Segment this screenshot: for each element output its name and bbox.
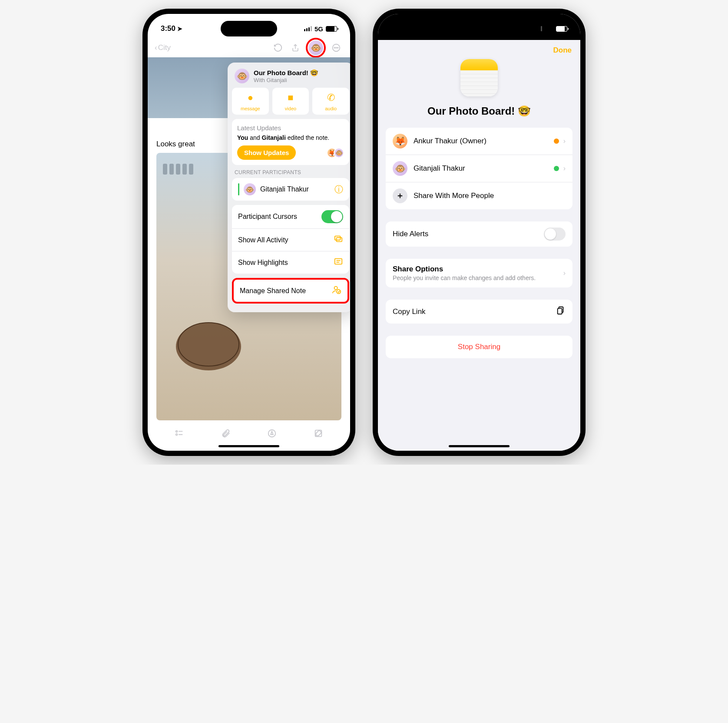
copy-icon bbox=[556, 306, 566, 317]
message-button[interactable]: ● message bbox=[232, 88, 269, 115]
svg-point-12 bbox=[337, 290, 341, 294]
svg-point-2 bbox=[336, 47, 337, 48]
svg-point-15 bbox=[176, 434, 178, 436]
presence-indicator bbox=[238, 183, 239, 195]
activity-icon bbox=[334, 234, 343, 246]
share-more-label: Share With More People bbox=[414, 191, 566, 200]
location-icon: ➤ bbox=[177, 25, 182, 32]
popover-subtitle: With Gitanjali bbox=[254, 77, 318, 83]
person-row[interactable]: 🐵 Gitanjali Thakur › bbox=[386, 155, 572, 182]
svg-point-11 bbox=[334, 287, 338, 290]
show-activity-row[interactable]: Show All Activity bbox=[232, 229, 349, 251]
share-options-group: Share Options People you invite can make… bbox=[386, 259, 572, 287]
popover-title: Our Photo Board! 🤓 bbox=[254, 69, 318, 77]
manage-shared-note-row[interactable]: Manage Shared Note bbox=[234, 280, 347, 302]
participant-name: Gitanjali Thakur bbox=[260, 185, 334, 193]
person-avatar-icon: 🦊 bbox=[393, 134, 407, 149]
status-dot bbox=[554, 166, 559, 171]
updates-avatars: 🦊🐵 bbox=[330, 148, 344, 158]
person-avatar-icon: 🐵 bbox=[393, 161, 407, 176]
chevron-right-icon: › bbox=[563, 137, 566, 145]
sheet-title: Our Photo Board! 🤓 bbox=[378, 105, 580, 128]
updates-text: You and Gitanjali edited the note. bbox=[237, 134, 344, 141]
manage-shared-note-highlight: Manage Shared Note bbox=[232, 278, 349, 304]
plus-icon bbox=[393, 188, 407, 203]
share-options-desc: People you invite can make changes and a… bbox=[393, 274, 563, 281]
updates-card: Latest Updates You and Gitanjali edited … bbox=[232, 119, 349, 165]
person-name: Gitanjali Thakur bbox=[414, 164, 554, 173]
svg-point-1 bbox=[334, 47, 335, 48]
participant-avatar-icon: 🐵 bbox=[244, 183, 256, 195]
notes-app-icon bbox=[460, 59, 498, 96]
manage-icon bbox=[332, 285, 341, 297]
svg-rect-8 bbox=[335, 259, 342, 264]
battery-icon bbox=[326, 26, 337, 32]
svg-point-13 bbox=[176, 431, 178, 432]
signal-icon bbox=[304, 26, 312, 31]
collaborator-button-highlight: 🐵 bbox=[306, 38, 326, 58]
collaborator-button[interactable]: 🐵 bbox=[308, 40, 323, 55]
note-toolbar: ‹ City 🐵 bbox=[148, 38, 350, 57]
person-row-owner[interactable]: 🦊 Ankur Thakur (Owner) › bbox=[386, 128, 572, 155]
show-highlights-row[interactable]: Show Highlights bbox=[232, 251, 349, 274]
chevron-right-icon: › bbox=[563, 269, 566, 277]
video-icon: ■ bbox=[288, 92, 293, 103]
markup-icon[interactable] bbox=[267, 429, 277, 441]
undo-button[interactable] bbox=[271, 41, 285, 55]
copy-link-group: Copy Link bbox=[386, 300, 572, 324]
dynamic-island bbox=[451, 21, 507, 36]
status-time: 3:50 bbox=[161, 24, 175, 33]
hide-alerts-toggle[interactable] bbox=[544, 228, 566, 241]
cursors-toggle[interactable] bbox=[321, 210, 343, 223]
people-group: 🦊 Ankur Thakur (Owner) › 🐵 Gitanjali Tha… bbox=[386, 128, 572, 209]
more-button[interactable] bbox=[329, 41, 343, 55]
updates-heading: Latest Updates bbox=[237, 124, 344, 132]
network-label: 5G bbox=[314, 25, 323, 33]
compose-icon[interactable] bbox=[314, 429, 323, 441]
done-button[interactable]: Done bbox=[553, 46, 572, 55]
back-label: City bbox=[158, 43, 171, 52]
message-icon: ● bbox=[248, 92, 253, 103]
phone-left: 3:50 ➤ 5G ‹ City 🐵 bbox=[142, 9, 355, 456]
share-more-row[interactable]: Share With More People bbox=[386, 182, 572, 209]
battery-icon bbox=[556, 26, 567, 32]
phone-icon: ✆ bbox=[327, 92, 335, 103]
copy-link-row[interactable]: Copy Link bbox=[386, 300, 572, 324]
home-indicator[interactable] bbox=[449, 445, 510, 447]
stop-sharing-group: Stop Sharing bbox=[386, 336, 572, 358]
info-icon[interactable]: ⓘ bbox=[334, 184, 343, 195]
attachment-icon[interactable] bbox=[221, 429, 231, 441]
video-button[interactable]: ■ video bbox=[272, 88, 309, 115]
hide-alerts-row[interactable]: Hide Alerts bbox=[386, 221, 572, 247]
back-button[interactable]: ‹ City bbox=[155, 43, 171, 52]
chevron-right-icon: › bbox=[563, 165, 566, 172]
hide-alerts-group: Hide Alerts bbox=[386, 221, 572, 247]
status-dot bbox=[554, 139, 559, 144]
svg-point-3 bbox=[338, 47, 338, 48]
svg-rect-22 bbox=[558, 308, 562, 314]
stop-sharing-button[interactable]: Stop Sharing bbox=[386, 336, 572, 358]
chevron-left-icon: ‹ bbox=[155, 43, 157, 52]
highlights-icon bbox=[334, 257, 343, 268]
manage-sheet: Done Our Photo Board! 🤓 🦊 Ankur Thakur (… bbox=[378, 40, 580, 451]
person-name: Ankur Thakur (Owner) bbox=[414, 137, 554, 145]
audio-button[interactable]: ✆ audio bbox=[312, 88, 349, 115]
home-indicator[interactable] bbox=[218, 445, 279, 447]
popover-avatar-icon: 🐵 bbox=[235, 69, 249, 83]
participant-cursors-row[interactable]: Participant Cursors bbox=[232, 205, 349, 229]
share-button[interactable] bbox=[288, 41, 302, 55]
show-updates-button[interactable]: Show Updates bbox=[237, 145, 296, 160]
collaboration-popover: 🐵 Our Photo Board! 🤓 With Gitanjali ● me… bbox=[228, 63, 350, 312]
note-text: Looks great bbox=[156, 140, 195, 149]
phone-right: 3:50 ➤ 5G Done Our Photo Board! 🤓 bbox=[373, 9, 586, 456]
share-options-title: Share Options bbox=[393, 265, 563, 274]
dynamic-island bbox=[221, 21, 277, 36]
participant-row[interactable]: 🐵 Gitanjali Thakur ⓘ bbox=[232, 178, 349, 201]
share-options-row[interactable]: Share Options People you invite can make… bbox=[386, 259, 572, 287]
participants-section-label: CURRENT PARTICIPANTS bbox=[232, 169, 349, 178]
checklist-icon[interactable] bbox=[175, 429, 184, 441]
